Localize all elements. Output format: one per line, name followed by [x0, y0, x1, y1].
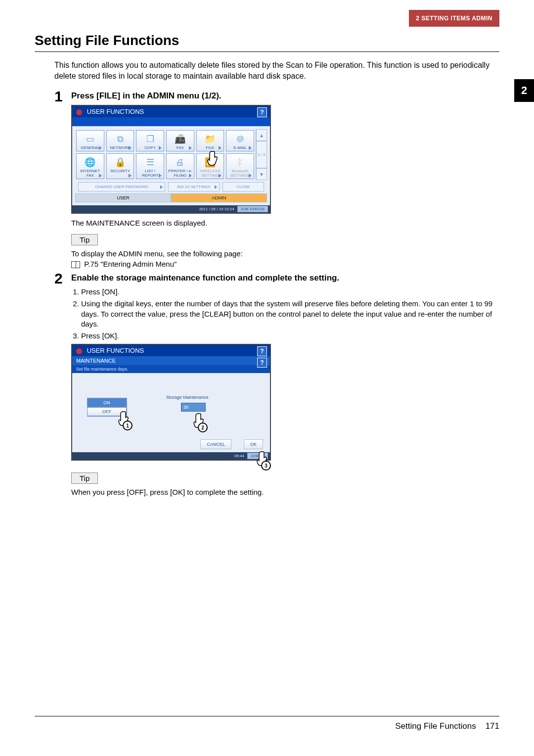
help-button[interactable]: ? [257, 346, 267, 356]
job-status-button[interactable]: JOB ST [247, 453, 268, 459]
header: 2 SETTING ITEMS ADMIN [35, 10, 499, 27]
tile-bluetooth[interactable]: ᛒ Bluetooth SETTINGS [226, 153, 254, 179]
tile-fax[interactable]: 📠 FAX [166, 130, 194, 151]
tile-label: LIST / REPORT [142, 169, 158, 178]
toggle-group: ON OFF [87, 398, 127, 417]
side-tab: 2 [514, 79, 534, 102]
tile-row-1: ▭ GENERAL ⧉ NETWORK ❐ COPY [75, 129, 255, 152]
tile-row-2: 🌐 INTERNET FAX 🔒 SECURITY ☰ LIST / REPOR… [75, 152, 255, 180]
fax-icon: 📠 [175, 134, 185, 144]
step-1: 1 Press [FILE] in the ADMIN menu (1/2). … [54, 89, 499, 268]
copy-icon: ❐ [146, 134, 154, 144]
intro-text: This function allows you to automaticall… [54, 60, 499, 81]
tip-ref-text: P.75 "Entering Admin Menu" [84, 260, 177, 268]
scroll-down-button[interactable]: ▼ [256, 168, 267, 180]
email-icon: ＠ [236, 133, 245, 145]
step-2: 2 Enable the storage maintenance functio… [54, 271, 499, 496]
timestamp: 09:44 [234, 454, 244, 458]
submenu-text: MAINTENANCE [76, 358, 116, 364]
timestamp: 2011 / 05 / 19 10:24 [199, 207, 234, 211]
file-icon: 📁 [205, 134, 216, 144]
off-button[interactable]: OFF [87, 407, 127, 416]
tip-label: Tip [71, 234, 98, 245]
tip-line-1: To display the ADMIN menu, see the follo… [71, 249, 499, 258]
tile-label: E-MAIL [233, 145, 247, 150]
title-rule [35, 51, 499, 52]
days-input[interactable]: 30 [181, 403, 206, 412]
job-status-button[interactable]: JOB STATUS [237, 206, 268, 212]
tip-label: Tip [71, 472, 98, 484]
change-password-button[interactable]: CHANGE USER PASSWORD [78, 182, 165, 191]
tile-general[interactable]: ▭ GENERAL [76, 130, 104, 151]
tab-admin[interactable]: ADMIN [171, 193, 267, 202]
tile-internet-fax[interactable]: 🌐 INTERNET FAX [76, 153, 104, 179]
tip-text: When you press [OFF], press [OK] to comp… [71, 488, 499, 496]
action-button-row: CHANGE USER PASSWORD 802.1X SETTINGS CLO… [75, 180, 267, 193]
general-icon: ▭ [86, 134, 94, 144]
tile-file[interactable]: 📁 FILE [196, 130, 224, 151]
tile-wireless[interactable]: 📶 WIRELESS SETTING [196, 153, 224, 179]
screen-user-functions: USER FUNCTIONS ? ▭ GENERAL ⧉ N [71, 105, 271, 214]
screen-maintenance: USER FUNCTIONS ? MAINTENANCE ? Set file … [71, 344, 271, 461]
page-title: Setting File Functions [35, 33, 499, 48]
tabs-row: USER ADMIN [75, 193, 267, 202]
scroll-up-button[interactable]: ▲ [256, 129, 267, 141]
screen-title-text: USER FUNCTIONS [87, 108, 144, 115]
tab-user[interactable]: USER [75, 193, 171, 202]
on-button[interactable]: ON [87, 398, 127, 407]
help-button[interactable]: ? [257, 358, 267, 368]
close-button[interactable]: CLOSE [222, 182, 264, 191]
substep-2: Using the digital keys, enter the number… [81, 299, 499, 329]
substep-1: Press [ON]. [81, 287, 499, 297]
instruction-bar: Set file maintenance days. [72, 365, 270, 373]
tile-label: FILE [206, 145, 215, 150]
tile-label: INTERNET FAX [80, 169, 100, 178]
status-bar: 09:44 JOB ST [72, 452, 270, 460]
tile-label: GENERAL [81, 145, 99, 150]
scroll-column: ▲ 1 / 2 ▼ [256, 129, 267, 180]
tile-label: FAX [177, 145, 184, 150]
pointer-hand-2-icon: 2 [193, 413, 209, 428]
wireless-icon: 📶 [205, 157, 216, 168]
tile-label: NETWORK [110, 145, 131, 150]
page-number: 171 [486, 721, 499, 731]
step-2-title: Enable the storage maintenance function … [71, 273, 499, 283]
tile-security[interactable]: 🔒 SECURITY [106, 153, 134, 179]
book-icon [71, 261, 80, 268]
status-bar: 2011 / 05 / 19 10:24 JOB STATUS [72, 205, 270, 213]
tile-list-report[interactable]: ☰ LIST / REPORT [136, 153, 164, 179]
list-icon: ☰ [146, 157, 154, 168]
footer: Setting File Functions 171 [35, 716, 499, 731]
ok-button[interactable]: OK [244, 439, 263, 449]
footer-title: Setting File Functions [395, 721, 476, 731]
step-1-result: The MAINTENANCE screen is displayed. [71, 219, 499, 227]
tile-label: Bluetooth SETTINGS [230, 169, 250, 178]
button-label: 802.1X SETTINGS [177, 185, 211, 189]
tile-printer-efiling[interactable]: 🖨 PRINTER / e-FILING [166, 153, 194, 179]
printer-icon: 🖨 [176, 157, 184, 168]
bluetooth-icon: ᛒ [237, 157, 243, 168]
button-label: CLOSE [236, 185, 250, 189]
tile-network[interactable]: ⧉ NETWORK [106, 130, 134, 151]
ifax-icon: 🌐 [85, 157, 95, 168]
storage-maintenance-label: Storage Maintenance [166, 395, 209, 400]
tile-copy[interactable]: ❐ COPY [136, 130, 164, 151]
tip-reference: P.75 "Entering Admin Menu" [71, 260, 499, 268]
step-number: 2 [54, 271, 71, 286]
screen-title-text: USER FUNCTIONS [87, 347, 144, 354]
step-2-substeps: Press [ON]. Using the digital keys, ente… [71, 287, 499, 341]
network-icon: ⧉ [117, 134, 124, 144]
security-icon: 🔒 [115, 157, 126, 168]
help-button[interactable]: ? [257, 107, 267, 117]
button-label: CHANGE USER PASSWORD [95, 185, 148, 189]
tile-email[interactable]: ＠ E-MAIL [226, 130, 254, 151]
cancel-button[interactable]: CANCEL [200, 439, 231, 449]
tile-label: WIRELESS SETTING [200, 169, 220, 178]
substep-3: Press [OK]. [81, 331, 499, 341]
8021x-settings-button[interactable]: 802.1X SETTINGS [168, 182, 220, 191]
tile-label: SECURITY [110, 169, 130, 173]
status-dot-icon [76, 348, 82, 354]
section-label: 2 SETTING ITEMS ADMIN [409, 10, 499, 27]
status-dot-icon [76, 109, 82, 115]
step-number: 1 [54, 89, 71, 104]
